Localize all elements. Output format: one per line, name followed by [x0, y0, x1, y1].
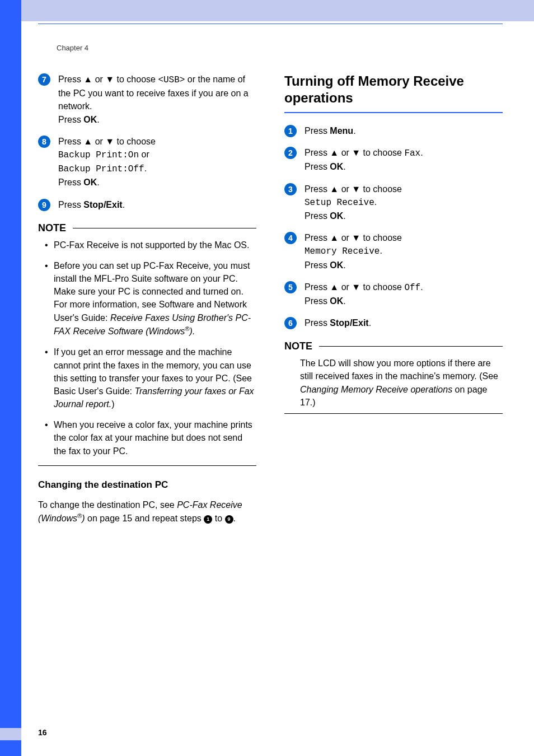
- step-body: Press Stop/Exit.: [305, 316, 371, 329]
- page-number: 16: [38, 728, 47, 737]
- step-6: 6 Press Stop/Exit.: [284, 316, 503, 329]
- step-number-icon: 3: [284, 183, 297, 195]
- note-rule: [73, 228, 256, 228]
- header-rule: [38, 24, 503, 24]
- note-item: PC-Fax Receive is not supported by the M…: [54, 239, 256, 251]
- step-body: Press ▲ or ▼ to choose <USB> or the name…: [58, 73, 256, 126]
- step-3: 3 Press ▲ or ▼ to choose Setup Receive. …: [284, 183, 503, 223]
- step-ref-1-icon: 1: [204, 515, 212, 524]
- step-number-icon: 8: [38, 136, 50, 148]
- step-9: 9 Press Stop/Exit.: [38, 198, 256, 211]
- step-body: Press ▲ or ▼ to choose Fax. Press OK.: [305, 146, 423, 173]
- note-body: PC-Fax Receive is not supported by the M…: [38, 239, 256, 458]
- step-body: Press ▲ or ▼ to choose Setup Receive. Pr…: [305, 183, 402, 223]
- note-item: Before you can set up PC-Fax Receive, yo…: [54, 259, 256, 338]
- right-column: Turning off Memory Receive operations 1 …: [284, 73, 503, 525]
- note-end-rule: [284, 413, 503, 414]
- step-5: 5 Press ▲ or ▼ to choose Off. Press OK.: [284, 281, 503, 307]
- step-body: Press ▲ or ▼ to choose Backup Print:On o…: [58, 135, 156, 189]
- step-body: Press Stop/Exit.: [58, 198, 125, 211]
- step-body: Press ▲ or ▼ to choose Memory Receive. P…: [305, 231, 402, 272]
- step-number-icon: 9: [38, 199, 50, 211]
- step-4: 4 Press ▲ or ▼ to choose Memory Receive.…: [284, 231, 503, 272]
- note-item: When you receive a color fax, your machi…: [54, 418, 256, 458]
- step-number-icon: 2: [284, 147, 297, 159]
- step-ref-9-icon: 9: [225, 515, 233, 524]
- subheading-changing-pc: Changing the destination PC: [38, 479, 256, 491]
- sidebar-page-accent: [0, 728, 21, 740]
- step-body: Press ▲ or ▼ to choose Off. Press OK.: [305, 281, 423, 307]
- step-2: 2 Press ▲ or ▼ to choose Fax. Press OK.: [284, 146, 503, 173]
- step-number-icon: 1: [284, 125, 297, 137]
- step-number-icon: 5: [284, 281, 297, 293]
- note-header: NOTE: [284, 340, 503, 352]
- note-body: The LCD will show you more options if th…: [284, 357, 503, 409]
- note-header: NOTE: [38, 222, 256, 234]
- note-rule: [319, 346, 503, 347]
- left-column: 7 Press ▲ or ▼ to choose <USB> or the na…: [38, 73, 256, 525]
- step-8: 8 Press ▲ or ▼ to choose Backup Print:On…: [38, 135, 256, 189]
- step-number-icon: 7: [38, 73, 50, 86]
- chapter-label: Chapter 4: [57, 44, 88, 52]
- paragraph: To change the destination PC, see PC-Fax…: [38, 498, 256, 525]
- step-number-icon: 6: [284, 317, 297, 329]
- heading-turning-off: Turning off Memory Receive operations: [284, 73, 503, 106]
- note-label: NOTE: [284, 340, 312, 352]
- step-7: 7 Press ▲ or ▼ to choose <USB> or the na…: [38, 73, 256, 126]
- step-1: 1 Press Menu.: [284, 124, 503, 137]
- top-accent-bar: [21, 0, 534, 21]
- sidebar-accent: [0, 0, 21, 756]
- note-item: If you get an error message and the mach…: [54, 346, 256, 410]
- heading-rule: [284, 112, 503, 113]
- note-label: NOTE: [38, 222, 66, 234]
- page-content: 7 Press ▲ or ▼ to choose <USB> or the na…: [38, 73, 503, 525]
- step-body: Press Menu.: [305, 124, 356, 137]
- step-number-icon: 4: [284, 232, 297, 244]
- note-end-rule: [38, 465, 256, 466]
